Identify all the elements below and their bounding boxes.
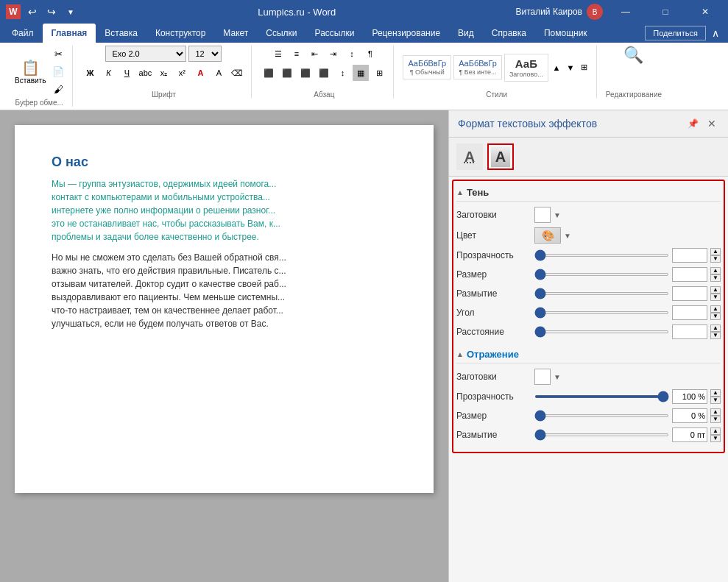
paragraph-row-1: ☰ ≡ ⇤ ⇥ ↕ ¶ [270, 46, 378, 62]
reflection-blur-spin-up[interactable]: ▲ [710, 427, 721, 435]
ribbon-tabs: Файл Главная Вставка Конструктор Макет С… [0, 24, 728, 43]
clear-format-button[interactable]: ⌫ [229, 65, 245, 81]
shadow-angle-value[interactable] [672, 305, 707, 320]
reflection-size-spin-down[interactable]: ▼ [710, 416, 721, 423]
format-painter-button[interactable]: 🖌 [50, 81, 66, 97]
reflection-transparency-value[interactable] [672, 389, 707, 404]
shadow-transparency-spin-down[interactable]: ▼ [710, 255, 721, 263]
shadow-distance-slider[interactable] [534, 330, 669, 333]
shadow-size-value[interactable] [672, 267, 707, 282]
numbered-list-button[interactable]: ≡ [289, 46, 305, 62]
shadow-blur-slider[interactable] [534, 292, 669, 295]
reflection-blur-slider[interactable] [534, 433, 669, 436]
tab-assistant[interactable]: Помощник [535, 24, 596, 43]
copy-button[interactable]: 📄 [50, 63, 66, 79]
close-button[interactable]: ✕ [688, 0, 722, 24]
panel-close-button[interactable]: ✕ [704, 116, 719, 131]
indent-decrease-button[interactable]: ⇤ [307, 46, 323, 62]
reflection-size-spin-up[interactable]: ▲ [710, 408, 721, 416]
show-marks-button[interactable]: ¶ [362, 46, 378, 62]
font-size-select[interactable]: 12 [188, 46, 222, 62]
shadow-preset-arrow[interactable]: ▼ [554, 211, 561, 219]
maximize-button[interactable]: □ [649, 0, 682, 24]
shadow-angle-slider[interactable] [534, 311, 669, 314]
align-center-button[interactable]: ⬛ [279, 65, 295, 81]
shadow-size-spin-down[interactable]: ▼ [710, 274, 721, 282]
share-button[interactable]: Поделиться [645, 26, 706, 40]
shadow-angle-spin-up[interactable]: ▲ [710, 305, 721, 313]
shadow-size-slider[interactable] [534, 273, 669, 276]
styles-expand[interactable]: ⊞ [579, 60, 590, 76]
panel-tab-text-outline[interactable]: A [456, 143, 483, 170]
reflection-blur-spin-down[interactable]: ▼ [710, 435, 721, 442]
style-no-spacing[interactable]: АаБбВвГр ¶ Без инте... [453, 55, 502, 79]
align-right-button[interactable]: ⬛ [297, 65, 314, 81]
justify-button[interactable]: ⬛ [316, 65, 332, 81]
line-spacing-button[interactable]: ↕ [334, 65, 350, 81]
shadow-transparency-slider[interactable] [534, 254, 669, 257]
tab-help[interactable]: Справка [483, 24, 535, 43]
shadow-transparency-spin-up[interactable]: ▲ [710, 248, 721, 255]
tab-design[interactable]: Конструктор [146, 24, 214, 43]
reflection-preset-arrow[interactable]: ▼ [554, 373, 561, 381]
shadow-blur-spin-up[interactable]: ▲ [710, 286, 721, 294]
subscript-button[interactable]: x₂ [155, 65, 172, 81]
shadow-preset-box[interactable] [534, 207, 551, 223]
pin-button[interactable]: ▼ [63, 4, 78, 19]
style-heading[interactable]: АаБ Заголово... [504, 54, 548, 82]
align-left-button[interactable]: ⬛ [261, 65, 277, 81]
panel-tab-text-effects[interactable]: A [487, 143, 514, 170]
reflection-transparency-spin-up[interactable]: ▲ [710, 389, 721, 397]
font-color-button[interactable]: A [192, 65, 208, 81]
reflection-preset-box[interactable] [534, 369, 551, 385]
tab-mailings[interactable]: Рассылки [306, 24, 364, 43]
tab-home[interactable]: Главная [43, 24, 96, 43]
document-area[interactable]: О нас Мы — группа энтузиастов, одержимых… [0, 110, 448, 582]
shadow-distance-spin-down[interactable]: ▼ [710, 332, 721, 339]
reflection-section-header[interactable]: ▲ Отражение [456, 346, 721, 363]
strikethrough-button[interactable]: abc [137, 65, 153, 81]
shadow-size-spin-up[interactable]: ▲ [710, 267, 721, 274]
shadow-distance-spin-up[interactable]: ▲ [710, 324, 721, 332]
borders-button[interactable]: ⊞ [371, 65, 387, 81]
superscript-button[interactable]: x² [174, 65, 190, 81]
tab-references[interactable]: Ссылки [257, 24, 305, 43]
tab-layout[interactable]: Макет [214, 24, 257, 43]
panel-pin-button[interactable]: 📌 [688, 118, 699, 129]
tab-review[interactable]: Рецензирование [363, 24, 449, 43]
shadow-distance-value[interactable] [672, 324, 707, 339]
reflection-size-slider[interactable] [534, 414, 669, 417]
reflection-transparency-slider[interactable] [534, 395, 669, 398]
shading-button[interactable]: ▦ [353, 65, 369, 81]
sort-button[interactable]: ↕ [344, 46, 360, 62]
tab-view[interactable]: Вид [449, 24, 483, 43]
shadow-blur-value[interactable] [672, 286, 707, 301]
highlight-button[interactable]: A [211, 65, 227, 81]
reflection-size-value[interactable] [672, 408, 707, 423]
reflection-transparency-spin-down[interactable]: ▼ [710, 397, 721, 404]
styles-scroll-down[interactable]: ▼ [565, 60, 576, 76]
bullet-list-button[interactable]: ☰ [270, 46, 286, 62]
shadow-color-arrow[interactable]: ▼ [564, 232, 571, 240]
indent-increase-button[interactable]: ⇥ [325, 46, 342, 62]
underline-button[interactable]: Ч [119, 65, 135, 81]
shadow-blur-spin-down[interactable]: ▼ [710, 294, 721, 301]
bold-button[interactable]: Ж [82, 65, 98, 81]
tab-insert[interactable]: Вставка [96, 24, 146, 43]
minimize-button[interactable]: — [609, 0, 643, 24]
redo-button[interactable]: ↪ [44, 4, 59, 19]
shadow-transparency-value[interactable] [672, 248, 707, 263]
italic-button[interactable]: К [100, 65, 116, 81]
shadow-section-header[interactable]: ▲ Тень [456, 184, 721, 202]
paste-button[interactable]: 📋 Вставить [12, 57, 49, 87]
cut-button[interactable]: ✂ [50, 46, 66, 62]
tab-file[interactable]: Файл [3, 24, 43, 43]
undo-button[interactable]: ↩ [25, 4, 40, 19]
shadow-color-picker[interactable]: 🎨 [534, 227, 561, 244]
styles-scroll-up[interactable]: ▲ [551, 60, 562, 76]
shadow-angle-spin-down[interactable]: ▼ [710, 313, 721, 320]
ribbon-collapse-button[interactable]: ∧ [712, 27, 719, 39]
style-normal[interactable]: АаБбВвГр ¶ Обычный [403, 55, 451, 79]
font-family-select[interactable]: Exo 2.0 [105, 46, 186, 62]
reflection-blur-value[interactable] [672, 427, 707, 442]
